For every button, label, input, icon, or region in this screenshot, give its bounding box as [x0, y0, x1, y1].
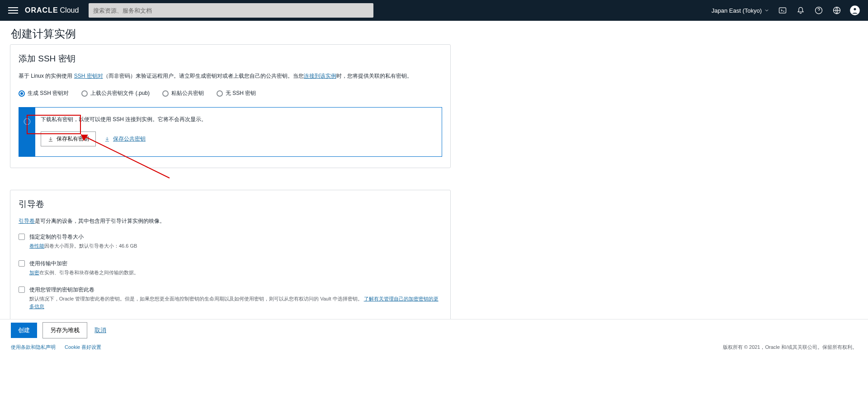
cancel-link[interactable]: 取消	[94, 326, 106, 334]
help-icon[interactable]	[814, 5, 824, 15]
radio-paste-key[interactable]: 粘贴公共密钥	[162, 89, 204, 97]
save-public-label: 保存公共密钥	[113, 135, 146, 143]
cloud-shell-icon[interactable]	[778, 5, 788, 15]
download-key-infobox: 下载私有密钥，以便可以使用 SSH 连接到实例。它将不会再次显示。 保存私有密钥…	[19, 107, 442, 157]
radio-label: 粘贴公共密钥	[171, 89, 204, 97]
info-text: 下载私有密钥，以便可以使用 SSH 连接到实例。它将不会再次显示。	[41, 116, 434, 123]
global-search[interactable]	[89, 3, 373, 18]
checkbox-label: 指定定制的引导卷大小	[29, 233, 137, 241]
ssh-option-radios: 生成 SSH 密钥对 上载公共密钥文件 (.pub) 粘贴公共密钥 无 SSH …	[19, 89, 442, 97]
ssh-keypair-link[interactable]: SSH 密钥对	[74, 73, 103, 79]
notifications-icon[interactable]	[796, 5, 806, 15]
bootvol-link[interactable]: 引导卷	[19, 218, 35, 224]
checkbox-help: 加密在实例、引导卷和块存储卷之间传输的数据。	[29, 269, 139, 277]
cookie-pref-link[interactable]: Cookie 喜好设置	[65, 344, 101, 351]
radio-label: 无 SSH 密钥	[226, 89, 256, 97]
radio-dot	[162, 90, 169, 97]
bootvol-description: 引导卷是可分离的设备，其中包含用于引导计算实例的映像。	[19, 217, 442, 225]
chevron-down-icon	[764, 8, 769, 13]
help-pre: 默认情况下，Oracle 管理加密此卷的密钥。但是，如果您想更全面地控制密钥的生…	[29, 296, 363, 301]
boot-volume-card: 引导卷 引导卷是可分离的设备，其中包含用于引导计算实例的映像。 指定定制的引导卷…	[10, 190, 451, 321]
info-icon	[23, 117, 31, 126]
help-rest: 在实例、引导卷和块存储卷之间传输的数据。	[39, 270, 139, 275]
download-icon	[47, 136, 54, 142]
brand-text-cloud: Cloud	[60, 6, 79, 14]
ssh-desc-post: 时，您将提供关联的私有密钥。	[336, 73, 412, 79]
checkbox-input[interactable]	[19, 286, 25, 293]
checkbox-help: 卷性能因卷大小而异。默认引导卷大小：46.6 GB	[29, 242, 137, 250]
create-button[interactable]: 创建	[11, 323, 37, 338]
save-private-key-button[interactable]: 保存私有密钥	[41, 131, 96, 146]
nav-menu-button[interactable]	[8, 5, 18, 15]
radio-generate-keypair[interactable]: 生成 SSH 密钥对	[19, 89, 69, 97]
ssh-desc-pre: 基于 Linux 的实例使用	[19, 73, 74, 79]
checkbox-input[interactable]	[19, 260, 25, 267]
radio-upload-pub[interactable]: 上载公共密钥文件 (.pub)	[81, 89, 150, 97]
copyright-text: 版权所有 © 2021，Oracle 和/或其关联公司。保留所有权利。	[723, 344, 857, 351]
save-private-label: 保存私有密钥	[57, 135, 89, 143]
save-as-stack-button[interactable]: 另存为堆栈	[42, 322, 87, 338]
checkbox-customer-managed-key: 使用您管理的密钥加密此卷 默认情况下，Oracle 管理加密此卷的密钥。但是，如…	[19, 286, 442, 310]
help-rest: 因卷大小而异。默认引导卷大小：46.6 GB	[44, 243, 137, 249]
radio-label: 上载公共密钥文件 (.pub)	[90, 89, 150, 97]
radio-label: 生成 SSH 密钥对	[28, 89, 69, 97]
connect-instance-link[interactable]: 连接到该实例	[304, 73, 336, 79]
info-bar	[19, 108, 35, 156]
bootvol-heading: 引导卷	[19, 198, 442, 210]
download-icon	[104, 136, 110, 142]
radio-no-key[interactable]: 无 SSH 密钥	[217, 89, 256, 97]
radio-dot-selected	[19, 90, 25, 97]
brand-logo[interactable]: ORACLE Cloud	[25, 6, 79, 14]
page-title: 创建计算实例	[11, 27, 76, 41]
ssh-heading: 添加 SSH 密钥	[19, 53, 442, 65]
ssh-desc-mid: （而非密码）来验证远程用户。请立即生成密钥对或者上载您自己的公共密钥。当您	[103, 73, 304, 79]
svg-point-4	[854, 8, 856, 10]
encryption-link[interactable]: 加密	[29, 270, 39, 275]
search-input[interactable]	[93, 7, 369, 14]
create-action-bar: 创建 另存为堆栈 取消	[0, 319, 868, 341]
checkbox-label: 使用传输中加密	[29, 260, 139, 268]
ssh-keys-card: 添加 SSH 密钥 基于 Linux 的实例使用 SSH 密钥对（而非密码）来验…	[10, 44, 451, 168]
checkbox-label: 使用您管理的密钥加密此卷	[29, 286, 442, 294]
region-selector[interactable]: Japan East (Tokyo)	[712, 7, 769, 14]
region-label: Japan East (Tokyo)	[712, 7, 762, 14]
checkbox-input[interactable]	[19, 234, 25, 240]
checkbox-help: 默认情况下，Oracle 管理加密此卷的密钥。但是，如果您想更全面地控制密钥的生…	[29, 295, 442, 310]
terms-link[interactable]: 使用条款和隐私声明	[11, 344, 56, 351]
page-heading-row: 创建计算实例	[0, 21, 868, 41]
globe-icon[interactable]	[832, 5, 842, 15]
save-public-key-link[interactable]: 保存公共密钥	[104, 135, 146, 143]
radio-dot	[217, 90, 223, 97]
footer-links: 使用条款和隐私声明 Cookie 喜好设置 版权所有 © 2021，Oracle…	[0, 341, 868, 353]
user-avatar-icon[interactable]	[850, 5, 860, 15]
checkbox-custom-size: 指定定制的引导卷大小 卷性能因卷大小而异。默认引导卷大小：46.6 GB	[19, 233, 442, 250]
ssh-description: 基于 Linux 的实例使用 SSH 密钥对（而非密码）来验证远程用户。请立即生…	[19, 72, 442, 80]
bootvol-desc-rest: 是可分离的设备，其中包含用于引导计算实例的映像。	[35, 218, 165, 224]
radio-dot	[81, 90, 88, 97]
brand-text-oracle: ORACLE	[25, 6, 58, 14]
vol-perf-link[interactable]: 卷性能	[29, 243, 44, 249]
global-top-bar: ORACLE Cloud Japan East (Tokyo)	[0, 0, 868, 21]
checkbox-intransit-encryption: 使用传输中加密 加密在实例、引导卷和块存储卷之间传输的数据。	[19, 260, 442, 277]
